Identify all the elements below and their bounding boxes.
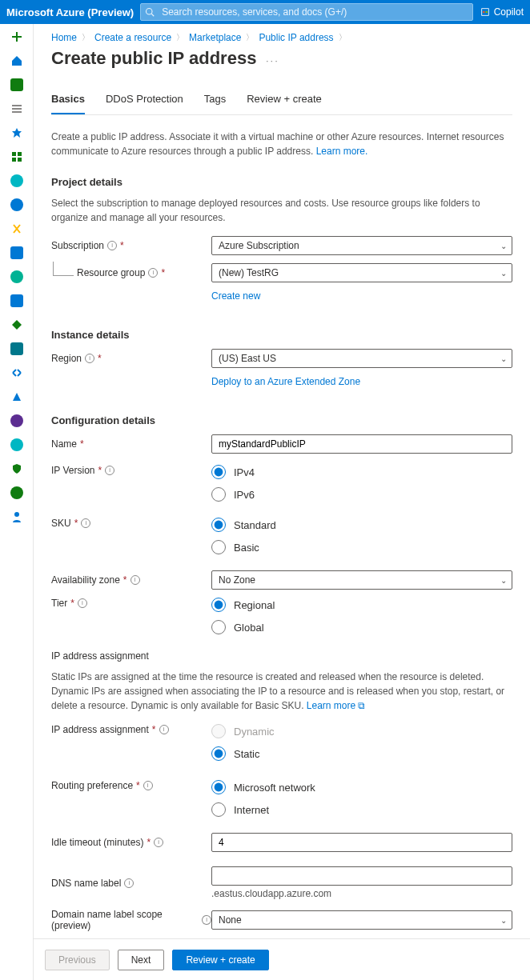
name-input[interactable] bbox=[219, 438, 494, 450]
breadcrumb-create-resource[interactable]: Create a resource bbox=[94, 32, 171, 43]
sidebar-item-cost[interactable] bbox=[9, 485, 25, 501]
svg-point-2 bbox=[483, 11, 485, 14]
ip-assignment-label: IP address assignment * i bbox=[51, 724, 211, 735]
tab-tags[interactable]: Tags bbox=[204, 88, 226, 114]
sidebar-item-globe[interactable] bbox=[9, 197, 25, 213]
info-icon[interactable]: i bbox=[143, 781, 153, 790]
idle-timeout-input[interactable] bbox=[219, 837, 494, 848]
availability-zone-select[interactable]: No Zone ⌄ bbox=[211, 570, 512, 590]
sidebar-item-cosmos[interactable] bbox=[9, 269, 25, 285]
copilot-icon bbox=[480, 6, 491, 18]
sidebar-item-func[interactable] bbox=[9, 221, 25, 237]
region-select[interactable]: (US) East US ⌄ bbox=[211, 349, 512, 368]
sidebar-item-support[interactable] bbox=[9, 509, 25, 525]
required-indicator: * bbox=[98, 353, 102, 364]
sidebar-item-star[interactable] bbox=[9, 125, 25, 141]
intro-text-content: Create a public IP address. Associate it… bbox=[51, 131, 504, 157]
required-indicator: * bbox=[98, 465, 102, 476]
svg-marker-15 bbox=[13, 393, 21, 401]
info-icon[interactable]: i bbox=[148, 268, 158, 278]
ipv4-radio[interactable]: IPv4 bbox=[211, 465, 512, 479]
tier-regional-radio[interactable]: Regional bbox=[211, 598, 512, 612]
sidebar-item-dashboard[interactable] bbox=[9, 77, 25, 93]
next-button[interactable]: Next bbox=[118, 950, 165, 970]
ip-assignment-subheading: IP address assignment bbox=[51, 650, 512, 662]
sidebar-item-vnet[interactable] bbox=[9, 365, 25, 381]
routing-ms-radio[interactable]: Microsoft network bbox=[211, 780, 512, 794]
routing-internet-radio[interactable]: Internet bbox=[211, 802, 512, 817]
resource-group-label: Resource group i * bbox=[51, 267, 211, 278]
info-icon[interactable]: i bbox=[107, 241, 117, 250]
deploy-extended-zone-link[interactable]: Deploy to an Azure Extended Zone bbox=[211, 376, 360, 387]
required-indicator: * bbox=[74, 518, 78, 529]
copilot-button[interactable]: Copilot bbox=[480, 6, 524, 18]
domain-scope-select[interactable]: None ⌄ bbox=[211, 910, 512, 930]
tab-ddos[interactable]: DDoS Protection bbox=[106, 88, 183, 114]
resource-group-select[interactable]: (New) TestRG ⌄ bbox=[211, 263, 512, 282]
sidebar-item-sql[interactable] bbox=[9, 245, 25, 261]
svg-point-16 bbox=[14, 512, 19, 517]
main-content: Home 〉 Create a resource 〉 Marketplace 〉… bbox=[34, 24, 530, 980]
sku-standard-radio[interactable]: Standard bbox=[211, 518, 512, 532]
info-icon[interactable]: i bbox=[78, 598, 87, 608]
info-icon[interactable]: i bbox=[85, 354, 94, 363]
info-icon[interactable]: i bbox=[124, 878, 134, 888]
info-icon[interactable]: i bbox=[81, 518, 90, 528]
project-details-desc: Select the subscription to manage deploy… bbox=[51, 196, 512, 225]
dns-suffix: .eastus.cloudapp.azure.com bbox=[211, 888, 512, 899]
sidebar-item-lb[interactable] bbox=[9, 317, 25, 333]
sidebar-item-grid[interactable] bbox=[9, 149, 25, 165]
sku-field: SKU * i Standard Basic bbox=[51, 518, 512, 562]
sidebar-item-aad[interactable] bbox=[9, 389, 25, 405]
dns-name-input[interactable] bbox=[219, 870, 494, 882]
name-input-wrap bbox=[211, 434, 512, 454]
review-create-button[interactable]: Review + create bbox=[172, 950, 268, 970]
required-indicator: * bbox=[70, 598, 74, 609]
sidebar-item-add[interactable] bbox=[9, 29, 25, 45]
info-icon[interactable]: i bbox=[105, 466, 114, 475]
svg-point-0 bbox=[147, 9, 153, 15]
ipv6-radio[interactable]: IPv6 bbox=[211, 487, 512, 502]
required-indicator: * bbox=[123, 574, 127, 586]
sidebar-item-advisor[interactable] bbox=[9, 437, 25, 453]
assignment-learn-more-link[interactable]: Learn more⧉ bbox=[307, 700, 365, 711]
subscription-field: Subscription i * Azure Subscription ⌄ bbox=[51, 236, 512, 255]
info-icon[interactable]: i bbox=[130, 575, 140, 585]
info-icon[interactable]: i bbox=[154, 838, 163, 847]
sku-basic-radio[interactable]: Basic bbox=[211, 540, 512, 554]
breadcrumb-home[interactable]: Home bbox=[51, 32, 77, 43]
sidebar-item-monitor[interactable] bbox=[9, 413, 25, 429]
intro-learn-more-link[interactable]: Learn more. bbox=[316, 146, 368, 157]
external-link-icon: ⧉ bbox=[358, 700, 365, 711]
sidebar-item-security[interactable] bbox=[9, 461, 25, 477]
subscription-select[interactable]: Azure Subscription ⌄ bbox=[211, 236, 512, 255]
svg-rect-12 bbox=[12, 158, 16, 162]
region-value: (US) East US bbox=[219, 353, 276, 364]
info-icon[interactable]: i bbox=[159, 725, 169, 734]
sidebar-item-home[interactable] bbox=[9, 53, 25, 69]
dns-name-label: DNS name label i bbox=[51, 878, 211, 889]
chevron-right-icon: 〉 bbox=[339, 32, 347, 43]
sidebar-item-kube[interactable] bbox=[9, 173, 25, 189]
sidebar-item-storage[interactable] bbox=[9, 341, 25, 357]
chevron-down-icon: ⌄ bbox=[500, 269, 507, 278]
brand-label: Microsoft Azure (Preview) bbox=[6, 6, 134, 18]
required-indicator: * bbox=[147, 837, 151, 848]
sidebar-item-vm[interactable] bbox=[9, 293, 25, 309]
assignment-static-radio[interactable]: Static bbox=[211, 746, 512, 761]
routing-preference-field: Routing preference * i Microsoft network… bbox=[51, 780, 512, 825]
domain-scope-field: Domain name label scope (preview) i None… bbox=[51, 909, 512, 931]
info-icon[interactable]: i bbox=[202, 915, 211, 925]
chevron-down-icon: ⌄ bbox=[500, 354, 507, 363]
sidebar-item-menu[interactable] bbox=[9, 101, 25, 117]
more-icon[interactable]: ··· bbox=[266, 54, 279, 66]
tier-global-radio[interactable]: Global bbox=[211, 620, 512, 634]
tab-review[interactable]: Review + create bbox=[247, 88, 322, 114]
search-input[interactable] bbox=[140, 3, 472, 21]
tab-basics[interactable]: Basics bbox=[51, 88, 85, 114]
availability-zone-label: Availability zone * i bbox=[51, 574, 211, 586]
breadcrumb-public-ip[interactable]: Public IP address bbox=[259, 32, 333, 43]
create-new-rg-link[interactable]: Create new bbox=[211, 290, 260, 302]
breadcrumb-marketplace[interactable]: Marketplace bbox=[189, 32, 241, 43]
chevron-right-icon: 〉 bbox=[82, 32, 90, 43]
